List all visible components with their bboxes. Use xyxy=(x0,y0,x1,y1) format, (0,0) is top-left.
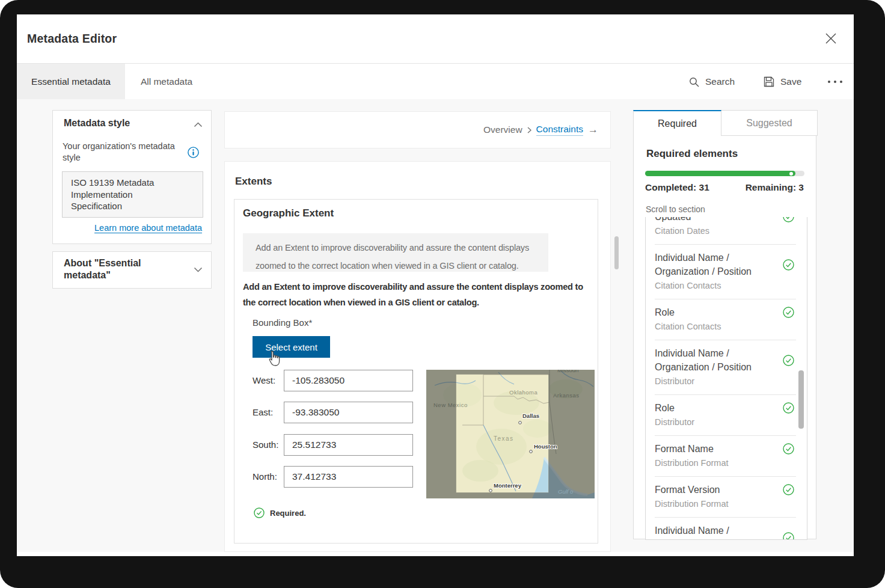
section-list: Updated Citation Dates Individual Name /… xyxy=(645,217,807,540)
metadata-editor-dialog: Metadata Editor Essential metadata All m… xyxy=(17,14,854,556)
ellipsis-icon xyxy=(827,80,843,84)
section-item-subtitle: Citation Contacts xyxy=(655,280,777,292)
required-elements-panel: Required Suggested Required elements Com… xyxy=(633,110,816,539)
coordinate-label: East: xyxy=(253,407,286,417)
section-list-item[interactable]: Format Version Distribution Format xyxy=(646,476,807,517)
coordinate-input[interactable]: 25.512733 xyxy=(284,434,413,456)
remaining-count: Remaining: 3 xyxy=(746,182,804,193)
section-item-title: Format Version xyxy=(655,483,777,497)
section-list-item[interactable]: Updated Citation Dates xyxy=(646,217,807,244)
save-icon xyxy=(764,76,774,87)
search-label: Search xyxy=(705,76,735,87)
section-list-item[interactable]: Format Name Distribution Format xyxy=(646,435,807,476)
complete-check-icon xyxy=(783,484,794,495)
section-item-title: Role xyxy=(655,401,777,415)
save-button[interactable]: Save xyxy=(764,64,801,100)
bounding-box-label: Bounding Box* xyxy=(253,317,312,328)
geographic-extent-card: Geographic Extent Add an Extent to impro… xyxy=(234,199,598,544)
map-label-monterrey: Monterrey xyxy=(494,482,522,489)
scroll-to-section-label: Scroll to section xyxy=(646,204,705,214)
section-item-subtitle: Distributor xyxy=(655,416,777,428)
section-item-title: Role xyxy=(655,305,777,319)
map-label-gulf: Gulf o xyxy=(558,488,573,495)
metadata-style-value: ISO 19139 Metadata Implementation Specif… xyxy=(62,171,203,218)
hand-cursor-icon xyxy=(267,350,283,370)
about-panel: About "Essential metadata" xyxy=(52,251,212,289)
section-list-item[interactable]: Role Citation Contacts xyxy=(646,299,807,340)
collapse-chevron-icon[interactable] xyxy=(194,119,203,130)
complete-check-icon xyxy=(783,355,794,366)
section-item-subtitle: Distribution Format xyxy=(655,457,777,469)
map-label-oklahoma: Oklahoma xyxy=(509,389,538,396)
dialog-content: Metadata style Your organization's metad… xyxy=(17,99,854,552)
progress-fill xyxy=(645,171,795,176)
section-item-title: Updated xyxy=(655,217,777,224)
section-list-item[interactable]: Individual Name / Organization / Positio… xyxy=(646,517,807,540)
about-heading: About "Essential metadata" xyxy=(64,257,166,281)
close-icon[interactable] xyxy=(824,31,838,46)
coordinate-input[interactable]: -105.283050 xyxy=(284,370,413,391)
extent-map-thumbnail[interactable]: Missouri Oklahoma Arkansas New Mexico Te… xyxy=(426,370,595,498)
required-elements-heading: Required elements xyxy=(646,148,738,160)
coordinate-input[interactable]: 37.412733 xyxy=(284,466,413,488)
completed-count: Completed: 31 xyxy=(645,182,709,193)
breadcrumb-previous[interactable]: Overview xyxy=(483,124,522,135)
map-label-texas: Texas xyxy=(494,435,514,442)
content-scrollbar-thumb[interactable] xyxy=(614,236,619,269)
org-style-label: Your organization's metadata style xyxy=(63,141,182,164)
geographic-extent-heading: Geographic Extent xyxy=(243,207,334,219)
map-label-dallas: Dallas xyxy=(522,412,539,419)
section-list-item[interactable]: Individual Name / Organization / Positio… xyxy=(646,244,807,299)
check-circle-icon xyxy=(254,507,265,518)
metadata-style-heading: Metadata style xyxy=(64,118,130,129)
breadcrumb-current[interactable]: Constraints xyxy=(536,124,583,136)
metadata-style-panel: Metadata style Your organization's metad… xyxy=(52,110,212,244)
section-list-item[interactable]: Individual Name / Organization / Positio… xyxy=(646,340,807,394)
extents-panel: Extents Geographic Extent Add an Extent … xyxy=(224,161,611,552)
complete-check-icon xyxy=(783,532,794,541)
complete-check-icon xyxy=(783,217,794,222)
breadcrumb-panel: Overview Constraints → xyxy=(224,111,611,149)
complete-check-icon xyxy=(783,402,794,414)
complete-check-icon xyxy=(783,259,794,271)
map-marker-houston xyxy=(530,450,533,453)
map-marker-monterrey xyxy=(489,489,492,492)
section-item-title: Individual Name / Organization / Positio… xyxy=(655,346,777,374)
section-item-subtitle: Citation Contacts xyxy=(655,320,777,332)
info-icon[interactable] xyxy=(188,147,199,161)
map-marker-dallas xyxy=(519,421,522,424)
chevron-right-icon xyxy=(527,127,531,133)
extents-heading: Extents xyxy=(235,176,272,188)
progress-bar xyxy=(645,171,804,176)
learn-more-link[interactable]: Learn more about metadata xyxy=(94,223,202,233)
coordinate-label: North: xyxy=(253,471,286,482)
expand-chevron-icon[interactable] xyxy=(194,264,203,275)
section-item-title: Individual Name / Organization / Positio… xyxy=(655,251,777,278)
tab-essential-metadata[interactable]: Essential metadata xyxy=(17,64,125,100)
complete-check-icon xyxy=(783,307,794,318)
search-icon xyxy=(689,77,699,87)
tab-all-metadata[interactable]: All metadata xyxy=(125,64,208,100)
section-item-subtitle: Distributor xyxy=(655,375,777,387)
tab-required[interactable]: Required xyxy=(633,110,721,136)
tab-suggested[interactable]: Suggested xyxy=(721,110,818,136)
dialog-title: Metadata Editor xyxy=(27,32,117,46)
section-item-subtitle: Distribution Format xyxy=(655,498,777,510)
section-item-title: Format Name xyxy=(655,442,777,456)
select-extent-button[interactable]: Select extent xyxy=(253,336,330,358)
section-list-item[interactable]: Role Distributor xyxy=(646,394,807,435)
right-tabbar: Required Suggested xyxy=(633,110,818,136)
map-label-houston: Houston xyxy=(534,443,557,450)
coordinate-input[interactable]: -93.383050 xyxy=(284,402,413,423)
coordinate-label: West: xyxy=(253,375,286,385)
required-note-label: Required. xyxy=(270,509,306,518)
more-options-button[interactable] xyxy=(827,64,843,100)
arrow-right-icon[interactable]: → xyxy=(588,124,598,136)
extent-info-note: Add an Extent to improve discoverability… xyxy=(243,233,548,272)
extent-description: Add an Extent to improve discoverability… xyxy=(243,279,595,310)
coordinate-label: South: xyxy=(253,439,286,450)
window-frame: Metadata Editor Essential metadata All m… xyxy=(0,0,885,588)
complete-check-icon xyxy=(783,443,794,455)
list-scrollbar-thumb[interactable] xyxy=(798,370,804,429)
search-button[interactable]: Search xyxy=(689,64,735,100)
